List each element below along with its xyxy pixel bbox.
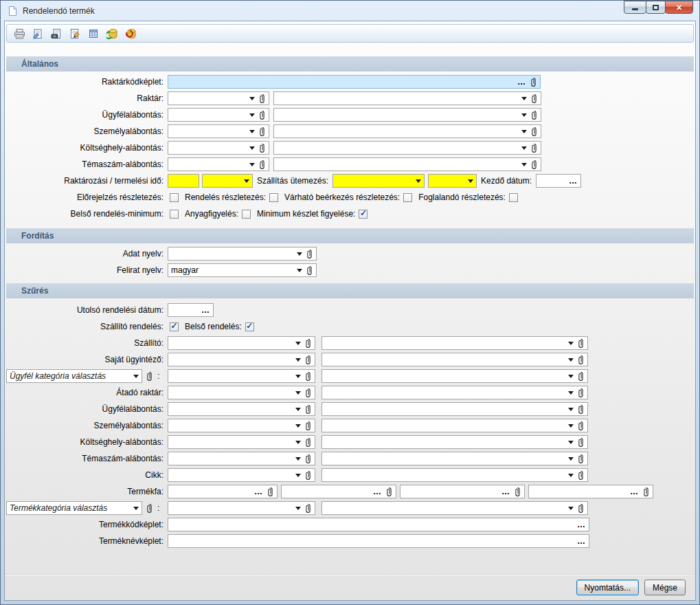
paperclip-icon[interactable]	[530, 110, 538, 120]
browse-ellipsis-icon[interactable]: …	[577, 522, 586, 527]
browse-ellipsis-icon[interactable]: …	[517, 79, 526, 85]
paperclip-icon[interactable]	[258, 143, 266, 153]
paperclip-icon[interactable]	[146, 503, 153, 514]
utolso-rendelesi-datum-input[interactable]: …	[168, 303, 214, 317]
ugyfelalabontas-value-combo[interactable]	[273, 108, 541, 122]
termelesi-ido-unit-combo[interactable]	[202, 174, 253, 188]
paperclip-icon[interactable]	[258, 126, 266, 137]
close-button[interactable]: ×	[665, 1, 693, 14]
cancel-button[interactable]: Mégse	[644, 580, 686, 595]
szures-temaszam-combo[interactable]	[168, 452, 315, 465]
print-button[interactable]: Nyomtatás...	[576, 580, 639, 595]
koltseghely-value-combo[interactable]	[273, 141, 541, 155]
belso-rendeles-checkbox[interactable]: ✓	[245, 322, 254, 331]
minimize-button[interactable]	[624, 1, 646, 14]
database-green-arrow-icon[interactable]	[105, 27, 119, 41]
paperclip-icon[interactable]	[577, 437, 585, 448]
browse-ellipsis-icon[interactable]: …	[501, 489, 510, 494]
termekfa-input-3[interactable]: …	[400, 485, 525, 498]
szures-koltseghely-value-combo[interactable]	[321, 435, 588, 449]
browse-ellipsis-icon[interactable]: …	[577, 538, 586, 544]
ugyfelalabontas-combo[interactable]	[168, 108, 269, 122]
paperclip-icon[interactable]	[577, 503, 585, 514]
raktarkodkeplet-input[interactable]: …	[168, 75, 541, 89]
varhato-beerkezes-checkbox[interactable]	[403, 193, 412, 202]
maximize-button[interactable]	[646, 1, 666, 14]
paperclip-icon[interactable]	[304, 388, 312, 398]
paperclip-icon[interactable]	[577, 338, 585, 349]
atado-raktar-value-combo[interactable]	[321, 386, 588, 399]
szallito-value-combo[interactable]	[321, 336, 588, 350]
szures-ugyfelalabontas-value-combo[interactable]	[321, 402, 588, 416]
paperclip-icon[interactable]	[146, 371, 153, 382]
elorejelzes-reszletezes-checkbox[interactable]	[170, 193, 179, 202]
paperclip-icon[interactable]	[530, 160, 538, 170]
page-marker-icon[interactable]	[68, 27, 82, 41]
ugyfel-kategoria-value-combo[interactable]	[321, 369, 588, 383]
foglalando-reszletezes-checkbox[interactable]	[509, 193, 518, 202]
rendeles-reszletezes-checkbox[interactable]	[269, 193, 278, 202]
paperclip-icon[interactable]	[258, 94, 266, 104]
cikk-combo[interactable]	[168, 468, 315, 482]
paperclip-icon[interactable]	[530, 143, 538, 153]
termelesi-ido-input[interactable]	[168, 174, 199, 188]
termek-kategoria-value-combo[interactable]	[321, 501, 588, 515]
szures-temaszam-value-combo[interactable]	[321, 452, 588, 465]
print-icon[interactable]	[12, 27, 26, 41]
paperclip-icon[interactable]	[577, 454, 585, 464]
szallito-combo[interactable]	[168, 336, 315, 350]
ugyfel-kategoria-selector-combo[interactable]: Ügyfél kategória választás	[6, 369, 142, 383]
browse-ellipsis-icon[interactable]: …	[201, 307, 210, 313]
table-icon[interactable]	[87, 27, 100, 41]
paperclip-icon[interactable]	[306, 265, 313, 276]
termekfa-input-1[interactable]: …	[168, 485, 278, 498]
felirat-nyelv-combo[interactable]: magyar	[168, 263, 317, 277]
szures-ugyfelalabontas-combo[interactable]	[168, 402, 315, 416]
temaszam-value-combo[interactable]	[273, 157, 541, 171]
szemelyalabontas-combo[interactable]	[168, 124, 269, 138]
title-bar[interactable]: Rendelendó termék ×	[1, 1, 699, 21]
database-red-arrow-icon[interactable]	[124, 27, 137, 41]
paperclip-icon[interactable]	[267, 487, 274, 497]
page-camera-icon[interactable]	[49, 27, 63, 41]
szallito-rendeles-checkbox[interactable]: ✓	[170, 322, 179, 331]
paperclip-icon[interactable]	[530, 126, 538, 137]
termeknevkeplet-input[interactable]: …	[168, 534, 589, 548]
raktar-value-combo[interactable]	[273, 91, 541, 105]
paperclip-icon[interactable]	[304, 437, 312, 448]
raktar-combo[interactable]	[168, 91, 269, 105]
paperclip-icon[interactable]	[514, 487, 521, 497]
temaszam-combo[interactable]	[168, 157, 269, 171]
browse-ellipsis-icon[interactable]: …	[630, 489, 639, 494]
paperclip-icon[interactable]	[304, 355, 312, 365]
szallitas-utemezes-combo[interactable]	[332, 174, 425, 188]
termekkodkeplet-input[interactable]: …	[168, 518, 589, 531]
paperclip-icon[interactable]	[530, 77, 537, 87]
minimum-keszlet-checkbox[interactable]: ✓	[359, 210, 368, 219]
paperclip-icon[interactable]	[577, 404, 585, 415]
termekfa-input-4[interactable]: …	[528, 485, 653, 498]
szures-szemelyalabontas-value-combo[interactable]	[321, 419, 588, 432]
adat-nyelv-combo[interactable]	[168, 247, 317, 261]
paperclip-icon[interactable]	[577, 421, 585, 431]
paperclip-icon[interactable]	[258, 110, 266, 120]
paperclip-icon[interactable]	[530, 94, 538, 104]
sajat-ugyintezo-value-combo[interactable]	[321, 353, 588, 366]
termek-kategoria-combo[interactable]	[168, 501, 315, 515]
anyagfigyeles-checkbox[interactable]	[242, 210, 251, 219]
atado-raktar-combo[interactable]	[168, 386, 315, 399]
kezdo-datum-input[interactable]: …	[536, 174, 581, 188]
termekfa-input-2[interactable]: …	[281, 485, 396, 498]
szures-szemelyalabontas-combo[interactable]	[168, 419, 315, 432]
paperclip-icon[interactable]	[577, 371, 585, 382]
paperclip-icon[interactable]	[385, 487, 393, 497]
paperclip-icon[interactable]	[304, 421, 312, 431]
paperclip-icon[interactable]	[304, 338, 312, 349]
paperclip-icon[interactable]	[306, 249, 313, 259]
paperclip-icon[interactable]	[304, 503, 312, 514]
paperclip-icon[interactable]	[258, 160, 266, 170]
koltseghely-combo[interactable]	[168, 141, 269, 155]
browse-ellipsis-icon[interactable]: …	[373, 489, 382, 494]
browse-ellipsis-icon[interactable]: …	[254, 489, 263, 494]
cikk-value-combo[interactable]	[321, 468, 588, 482]
